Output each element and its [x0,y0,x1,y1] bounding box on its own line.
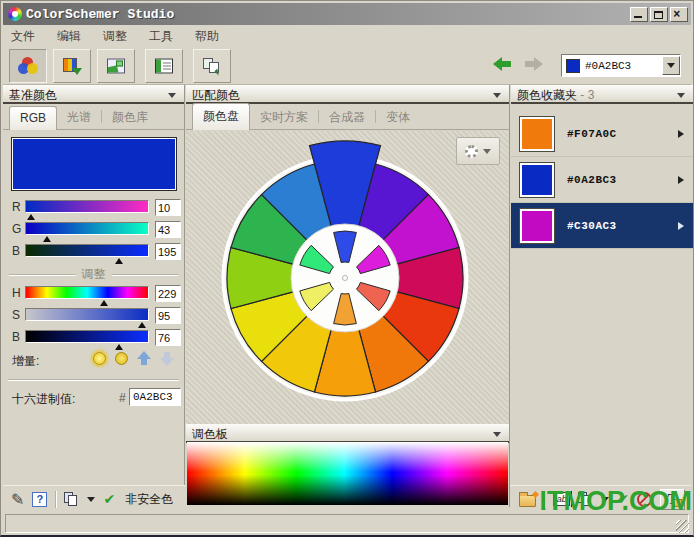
websafe-check-icon [103,490,115,508]
h-slider[interactable] [25,286,149,299]
titlebar[interactable]: ColorSchemer Studio × [3,3,691,25]
maximize-button[interactable] [650,7,668,22]
menu-tools[interactable]: 工具 [149,28,173,45]
maximize-icon [654,11,663,19]
brightness-slider[interactable] [25,330,149,343]
palette-download-icon [63,58,81,74]
brightness-value-input[interactable] [155,329,181,346]
favorite-swatch [519,162,555,198]
main-toolbar [3,47,691,85]
item-arrow-icon[interactable] [678,176,684,184]
hex-prefix: # [119,391,126,405]
adjust-label: 调整 [82,266,106,283]
menu-edit[interactable]: 编辑 [57,28,81,45]
b-slider[interactable] [25,244,149,257]
tab-color-library[interactable]: 颜色库 [102,105,158,129]
current-color-combo[interactable] [561,54,681,77]
tab-variants[interactable]: 变体 [376,105,420,129]
tab-live-scheme[interactable]: 实时方案 [250,105,318,129]
favorites-header-label: 颜色收藏夹 [517,88,577,102]
wheel-options-button[interactable] [456,137,500,165]
help-icon[interactable]: ? [32,492,47,507]
chevron-down-icon [667,63,675,68]
color-browser-button[interactable] [145,49,183,83]
r-value-input[interactable] [155,199,181,216]
separator [55,491,56,508]
slider-row-h: H [3,285,184,305]
g-slider-thumb[interactable] [43,236,51,242]
base-color-header[interactable]: 基准颜色 [3,85,184,104]
current-color-input[interactable] [585,60,649,72]
slider-row-brightness: B [3,329,184,349]
match-color-header[interactable]: 匹配颜色 [186,85,509,104]
brightness-slider-thumb[interactable] [115,344,123,350]
palette-download-button[interactable] [53,49,91,83]
combo-dropdown-button[interactable] [662,56,680,75]
collapse-arrow-icon[interactable] [493,432,501,437]
eyedropper-icon[interactable] [11,490,24,509]
favorites-list: #F07A0C #0A2BC3 #C30AC3 [511,111,693,249]
h-value-input[interactable] [155,285,181,302]
r-slider-thumb[interactable] [27,214,35,220]
menu-file[interactable]: 文件 [11,28,35,45]
favorite-item-selected[interactable]: #C30AC3 [511,203,693,249]
menu-adjust[interactable]: 调整 [103,28,127,45]
menu-help[interactable]: 帮助 [195,28,219,45]
history-back-button[interactable] [493,57,513,71]
export-button[interactable] [193,49,231,83]
item-arrow-icon[interactable] [678,222,684,230]
b-value-input[interactable] [155,243,181,260]
minimize-button[interactable] [630,7,648,22]
favorite-item[interactable]: #F07A0C [511,111,693,157]
darken-icon[interactable] [115,352,128,365]
b-slider-thumb[interactable] [115,258,123,264]
r-slider[interactable] [25,200,149,213]
favorites-panel: 颜色收藏夹 - 3 #F07A0C #0A2BC3 #C30AC3 [511,85,693,485]
s-slider[interactable] [25,308,149,321]
increment-down-icon[interactable] [160,351,174,366]
collapse-arrow-icon[interactable] [493,93,501,98]
color-mixer-button[interactable] [9,49,47,83]
close-button[interactable]: × [670,7,688,22]
match-color-header-label: 匹配颜色 [192,88,240,102]
tab-spectrum[interactable]: 光谱 [57,105,101,129]
history-forward-button[interactable] [523,57,543,71]
new-folder-icon[interactable] [519,495,536,507]
color-wheel-area [186,131,508,424]
color-wheel[interactable] [186,131,508,424]
tab-synthesizer[interactable]: 合成器 [319,105,375,129]
favorites-header[interactable]: 颜色收藏夹 - 3 [511,85,693,104]
increment-label: 增量: [12,353,39,370]
color-browser-icon [155,59,173,74]
s-slider-thumb[interactable] [138,322,146,328]
s-slider-label: S [12,308,20,322]
h-slider-thumb[interactable] [100,300,108,306]
tab-color-wheel[interactable]: 颜色盘 [192,103,250,130]
chevron-down-icon[interactable] [87,497,95,502]
slider-row-s: S [3,307,184,327]
hex-value-input[interactable] [129,388,181,406]
palette-header[interactable]: 调色板 [186,424,509,443]
favorite-item[interactable]: #0A2BC3 [511,157,693,203]
h-slider-label: H [12,286,21,300]
resize-grip[interactable] [676,520,689,533]
tab-rgb[interactable]: RGB [9,106,57,130]
copy-icon[interactable] [64,492,79,507]
g-slider[interactable] [25,222,149,235]
wheel-mode-icon [465,145,478,158]
spectrum-palette[interactable] [187,442,508,505]
item-arrow-icon[interactable] [678,130,684,138]
increment-up-icon[interactable] [137,351,151,366]
color-preview[interactable] [11,137,177,191]
chevron-down-icon [483,149,491,154]
s-value-input[interactable] [155,307,181,324]
match-color-tabs: 颜色盘 实时方案 合成器 变体 [186,104,509,130]
image-scheme-button[interactable] [97,49,135,83]
close-icon: × [673,8,680,21]
collapse-arrow-icon[interactable] [168,93,176,98]
favorite-swatch [519,208,555,244]
lighten-icon[interactable] [93,352,106,365]
collapse-arrow-icon[interactable] [677,93,685,98]
g-value-input[interactable] [155,221,181,238]
favorite-hex-label: #0A2BC3 [567,174,617,186]
